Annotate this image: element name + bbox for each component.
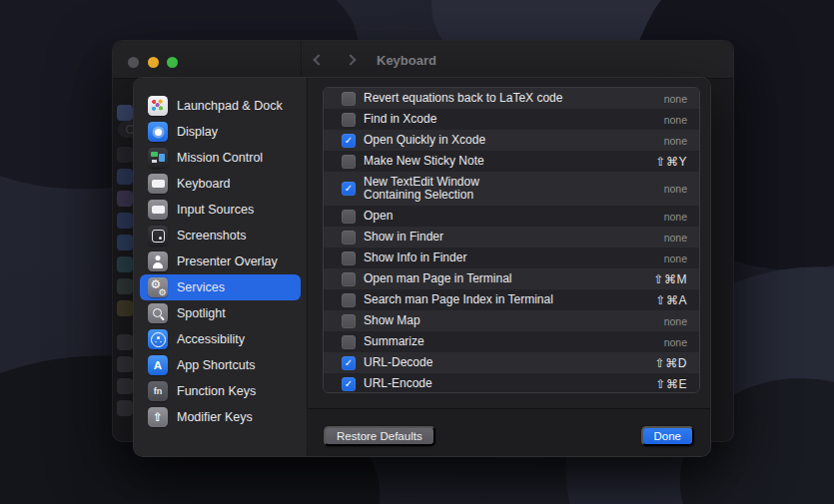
spotlight-icon: [148, 303, 168, 323]
service-shortcut: none: [664, 252, 687, 264]
sidebar-item-launchpad-dock[interactable]: Launchpad & Dock: [140, 93, 301, 119]
service-label: URL-Decode: [364, 356, 655, 370]
sidebar-item-presenter-overlay[interactable]: Presenter Overlay: [140, 249, 301, 274]
close-button[interactable]: [128, 57, 139, 68]
sheet-sidebar-list: Launchpad & DockDisplayMission ControlKe…: [134, 78, 308, 456]
window-title: Keyboard: [377, 53, 436, 68]
service-row[interactable]: URL-Encode⇧⌘E: [324, 373, 699, 393]
backdrop-app-icon: [117, 213, 133, 229]
service-row[interactable]: Open Quickly in Xcodenone: [324, 130, 699, 151]
checkbox-unchecked[interactable]: [342, 92, 356, 106]
backdrop-app-icon: [117, 147, 133, 163]
sidebar-item-label: Screenshots: [177, 229, 246, 243]
service-label: URL-Encode: [364, 377, 655, 391]
app-shortcuts-icon: [148, 355, 168, 375]
backdrop-app-icon: [117, 235, 133, 251]
checkbox-unchecked[interactable]: [342, 335, 356, 349]
service-label: New TextEdit Window Containing Selection: [364, 176, 664, 203]
service-label: Find in Xcode: [364, 113, 664, 127]
backdrop-app-icon: [117, 169, 133, 185]
keyboard-icon: [148, 174, 168, 194]
window-titlebar[interactable]: Keyboard: [113, 41, 733, 79]
sidebar-item-app-shortcuts[interactable]: App Shortcuts: [140, 352, 301, 378]
checkbox-unchecked[interactable]: [342, 252, 356, 265]
checkbox-unchecked[interactable]: [342, 231, 356, 245]
checkbox-unchecked[interactable]: [342, 113, 356, 127]
mission-control-icon: [148, 148, 168, 168]
service-shortcut: ⇧⌘D: [655, 356, 687, 370]
sidebar-item-label: Services: [177, 280, 225, 294]
service-row[interactable]: Show Info in Findernone: [324, 248, 699, 268]
backdrop-app-icon: [117, 400, 133, 416]
service-label: Open: [364, 210, 664, 224]
service-row[interactable]: URL-Decode⇧⌘D: [324, 352, 699, 373]
sidebar-item-function-keys[interactable]: Function Keys: [140, 378, 301, 404]
back-chevron-icon[interactable]: [313, 54, 324, 65]
display-icon: [148, 122, 168, 142]
service-shortcut: ⇧⌘Y: [655, 155, 687, 169]
service-label: Make New Sticky Note: [364, 155, 655, 169]
zoom-button[interactable]: [167, 57, 178, 68]
checkbox-checked[interactable]: [342, 182, 356, 196]
checkbox-unchecked[interactable]: [342, 272, 356, 286]
service-shortcut: ⇧⌘M: [653, 272, 687, 286]
sidebar-item-keyboard[interactable]: Keyboard: [140, 171, 301, 197]
sidebar-item-label: Launchpad & Dock: [177, 99, 283, 113]
service-label: Show Map: [364, 314, 664, 328]
services-sheet: Launchpad & DockDisplayMission ControlKe…: [133, 77, 711, 457]
service-row[interactable]: Search man Page Index in Terminal⇧⌘A: [324, 289, 699, 310]
done-button[interactable]: Done: [641, 426, 695, 446]
checkbox-unchecked[interactable]: [342, 293, 356, 307]
presenter-overlay-icon: [148, 252, 168, 271]
backdrop-app-icon: [117, 256, 133, 272]
backdrop-app-icon: [117, 278, 133, 294]
service-label: Revert equations back to LaTeX code: [364, 92, 664, 106]
backdrop-app-icon: [117, 356, 133, 372]
checkbox-checked[interactable]: [342, 377, 356, 391]
checkbox-unchecked[interactable]: [342, 155, 356, 169]
sidebar-item-screenshots[interactable]: Screenshots: [140, 223, 301, 249]
service-label: Show Info in Finder: [364, 252, 664, 265]
checkbox-unchecked[interactable]: [342, 314, 356, 328]
service-shortcut: none: [664, 183, 687, 195]
service-shortcut: none: [664, 114, 687, 126]
backdrop-app-icon: [117, 105, 133, 121]
service-shortcut: none: [664, 315, 687, 327]
minimize-button[interactable]: [148, 57, 159, 68]
checkbox-checked[interactable]: [342, 356, 356, 370]
sidebar-item-services[interactable]: Services: [140, 274, 301, 300]
service-row[interactable]: Revert equations back to LaTeX codenone: [324, 88, 699, 109]
service-shortcut: none: [664, 336, 687, 348]
desktop-wallpaper: Keyboard Launchpad & DockDisplayMission …: [0, 0, 834, 504]
service-shortcut: none: [664, 93, 687, 105]
service-row[interactable]: Find in Xcodenone: [324, 109, 699, 130]
sidebar-item-accessibility[interactable]: Accessibility: [140, 326, 301, 352]
titlebar-divider: [301, 41, 302, 79]
service-row[interactable]: New TextEdit Window Containing Selection…: [324, 172, 699, 206]
sidebar-item-label: Input Sources: [177, 203, 254, 217]
backdrop-app-icon: [117, 378, 133, 394]
service-shortcut: none: [664, 135, 687, 147]
sidebar-item-mission-control[interactable]: Mission Control: [140, 145, 301, 171]
sidebar-item-input-sources[interactable]: Input Sources: [140, 197, 301, 223]
restore-defaults-button[interactable]: Restore Defaults: [324, 426, 435, 446]
services-list: Revert equations back to LaTeX codenoneF…: [323, 87, 700, 393]
service-row[interactable]: Make New Sticky Note⇧⌘Y: [324, 151, 699, 172]
services-icon: [148, 277, 168, 297]
checkbox-unchecked[interactable]: [342, 210, 356, 224]
sidebar-item-modifier-keys[interactable]: Modifier Keys: [140, 404, 301, 430]
sidebar-item-spotlight[interactable]: Spotlight: [140, 300, 301, 326]
service-shortcut: none: [664, 211, 687, 223]
sidebar-item-label: Display: [177, 125, 218, 139]
sidebar-item-display[interactable]: Display: [140, 119, 301, 145]
service-row[interactable]: Show in Findernone: [324, 227, 699, 248]
modifier-keys-icon: [148, 407, 168, 427]
service-row[interactable]: Summarizenone: [324, 331, 699, 352]
service-row[interactable]: Opennone: [324, 206, 699, 227]
service-row[interactable]: Open man Page in Terminal⇧⌘M: [324, 268, 699, 289]
service-shortcut: ⇧⌘E: [655, 377, 687, 391]
service-row[interactable]: Show Mapnone: [324, 310, 699, 331]
forward-chevron-icon[interactable]: [345, 54, 356, 65]
sheet-content: Revert equations back to LaTeX codenoneF…: [309, 78, 710, 456]
checkbox-checked[interactable]: [342, 134, 356, 148]
